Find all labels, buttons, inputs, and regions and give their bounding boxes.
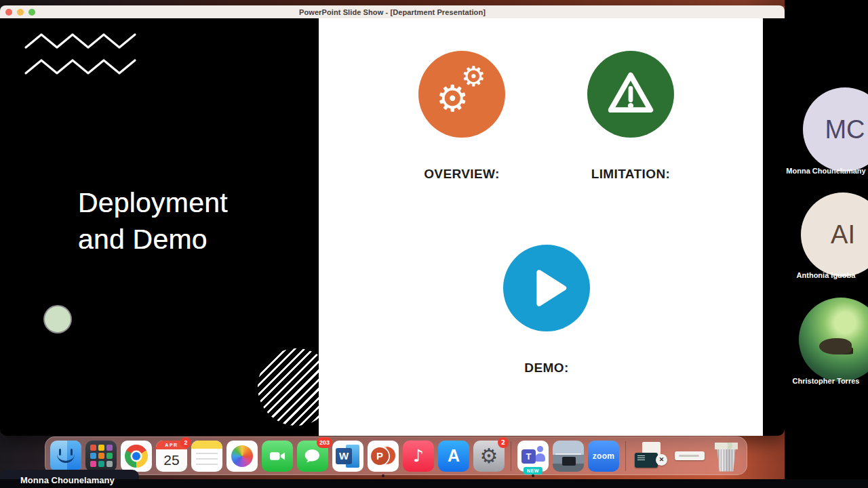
powerpoint-window: PowerPoint Slide Show - [Department Pres…: [0, 5, 785, 436]
limitation-label: LIMITATION:: [556, 167, 705, 182]
calendar-badge: 2: [180, 437, 191, 448]
appstore-letter: A: [448, 446, 460, 466]
dock-launchpad-icon[interactable]: [85, 441, 117, 472]
dock-word-icon[interactable]: W: [332, 441, 363, 472]
green-dot-decoration: [45, 306, 71, 332]
slide-title: Deployment and Demo: [78, 184, 253, 258]
trash-paper: [715, 443, 738, 449]
dock-preview-photo-icon[interactable]: [553, 441, 584, 472]
avatar-photo-subject: [819, 338, 852, 354]
avatar: AI: [801, 192, 868, 277]
avatar: MC: [803, 87, 868, 171]
dock-minimized-window[interactable]: [673, 441, 707, 472]
participant-name: Anthonia Iguoba: [785, 271, 868, 279]
teams-letter: T: [521, 449, 536, 464]
close-icon: ✕: [656, 454, 667, 466]
running-indicator: [532, 474, 534, 477]
word-letter: W: [336, 448, 352, 464]
zoom-window-button[interactable]: [28, 9, 35, 16]
dock: APR 25 2 203 W: [45, 436, 747, 475]
overview-circle: ⚙ ⚙: [418, 51, 505, 138]
zigzag-decoration: [24, 32, 138, 75]
limitation-circle: [587, 51, 674, 138]
dock-chrome-icon[interactable]: [121, 441, 152, 472]
traffic-lights: [5, 5, 35, 18]
warning-icon: [604, 68, 657, 121]
dock-zoom-icon[interactable]: zoom: [588, 441, 619, 472]
dock-messages-icon[interactable]: 203: [297, 441, 328, 472]
dock-finder-icon[interactable]: [50, 441, 81, 472]
slide-canvas[interactable]: Deployment and Demo ⚙ ⚙ OVERVIEW:: [0, 18, 785, 436]
demo-label: DEMO:: [472, 361, 621, 375]
dock-notes-icon[interactable]: [191, 441, 222, 472]
dock-facetime-icon[interactable]: [262, 441, 293, 472]
gear-icon: ⚙: [480, 444, 498, 468]
participants-sidebar: MC Monna Chounelamany AI Anthonia Iguoba…: [785, 0, 868, 488]
participant-name: Monna Chounelamany: [785, 167, 868, 175]
dock-divider: [625, 441, 626, 471]
gears-icon: ⚙ ⚙: [418, 51, 505, 138]
avatar-initials: MC: [825, 115, 865, 144]
settings-badge: 2: [498, 437, 509, 448]
running-indicator: [382, 474, 384, 477]
avatar-photo: [799, 298, 868, 382]
teams-new-badge: NEW: [524, 467, 542, 474]
bottom-strip: [0, 479, 868, 488]
demo-circle: [503, 245, 590, 331]
play-icon: [520, 262, 573, 314]
dock-photos-icon[interactable]: [226, 441, 258, 472]
presenter-name-label: Monna Chounelamany: [20, 475, 115, 485]
dock-minimized-document[interactable]: ✕: [632, 441, 669, 472]
calendar-day: 25: [156, 449, 187, 472]
dock-powerpoint-icon[interactable]: P: [368, 441, 399, 472]
dock-teams-icon[interactable]: T NEW: [517, 441, 549, 472]
photos-flower: [231, 445, 253, 467]
avatar-initials: AI: [831, 220, 855, 249]
slide-content-area: ⚙ ⚙ OVERVIEW: LIMITATION:: [319, 18, 763, 436]
dock-trash-icon[interactable]: [711, 441, 742, 472]
dock-settings-icon[interactable]: ⚙ 2: [473, 441, 505, 472]
window-titlebar: PowerPoint Slide Show - [Department Pres…: [0, 5, 785, 18]
dock-divider: [511, 441, 511, 471]
participant-name: Christopher Torres: [785, 377, 868, 385]
music-note-icon: ♪: [413, 446, 424, 466]
dock-music-icon[interactable]: ♪: [403, 441, 434, 472]
messages-badge: 203: [317, 437, 332, 448]
minimize-window-button[interactable]: [17, 9, 24, 16]
zoom-wordmark: zoom: [593, 451, 615, 461]
video-camera-icon: [268, 447, 287, 466]
powerpoint-letter: P: [371, 447, 389, 465]
window-title: PowerPoint Slide Show - [Department Pres…: [299, 8, 486, 16]
chat-bubble-icon: [302, 446, 323, 466]
dock-appstore-icon[interactable]: A: [438, 441, 469, 472]
gear-icon: ⚙: [461, 63, 486, 91]
screen: PowerPoint Slide Show - [Department Pres…: [0, 0, 868, 488]
overview-label: OVERVIEW:: [387, 167, 536, 182]
close-window-button[interactable]: [5, 9, 12, 16]
dock-calendar-icon[interactable]: APR 25 2: [156, 441, 187, 472]
